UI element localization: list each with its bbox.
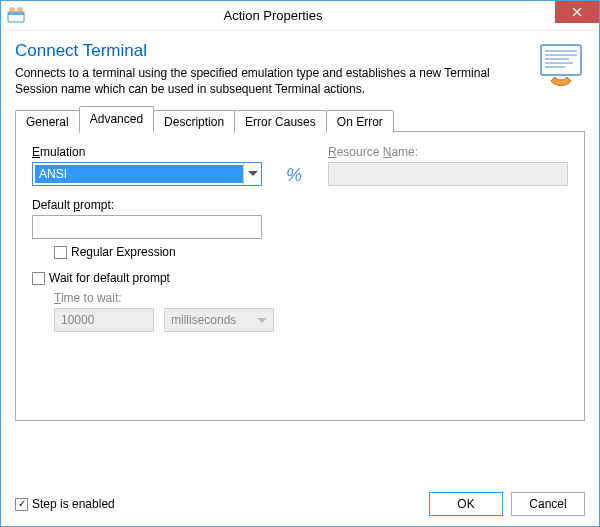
dialog-window: Action Properties Connect Terminal Conne… — [0, 0, 600, 527]
dialog-header: Connect Terminal Connects to a terminal … — [1, 31, 599, 105]
svg-rect-4 — [541, 45, 581, 75]
step-enabled-row[interactable]: ✓ Step is enabled — [15, 497, 115, 511]
ok-button[interactable]: OK — [429, 492, 503, 516]
default-prompt-input[interactable] — [32, 215, 262, 239]
close-icon — [572, 7, 582, 17]
tab-error-causes[interactable]: Error Causes — [234, 110, 327, 133]
tab-panel-advanced: Emulation ANSI % Resource Name: Default … — [15, 131, 585, 421]
tab-on-error[interactable]: On Error — [326, 110, 394, 133]
wait-label: Wait for default prompt — [49, 271, 170, 285]
time-unit-combobox: milliseconds — [164, 308, 274, 332]
close-button[interactable] — [555, 1, 599, 23]
regex-label: Regular Expression — [71, 245, 176, 259]
tab-description[interactable]: Description — [153, 110, 235, 133]
wait-checkbox[interactable] — [32, 272, 45, 285]
header-description: Connects to a terminal using the specifi… — [15, 65, 527, 97]
tab-general[interactable]: General — [15, 110, 80, 133]
time-to-wait-input — [54, 308, 154, 332]
percent-icon[interactable]: % — [286, 165, 302, 186]
time-unit-value: milliseconds — [171, 313, 236, 327]
chevron-down-icon — [243, 163, 261, 185]
emulation-label: Emulation — [32, 145, 272, 159]
header-title: Connect Terminal — [15, 41, 527, 61]
default-prompt-label: Default prompt: — [32, 198, 568, 212]
time-to-wait-label: Time to wait: — [54, 291, 568, 305]
chevron-down-icon — [257, 313, 267, 327]
cancel-button[interactable]: Cancel — [511, 492, 585, 516]
tab-strip: General Advanced Description Error Cause… — [15, 106, 585, 132]
resource-name-label: Resource Name: — [328, 145, 568, 159]
terminal-handshake-icon — [537, 41, 585, 89]
step-enabled-checkbox[interactable]: ✓ — [15, 498, 28, 511]
emulation-value: ANSI — [35, 165, 243, 183]
titlebar: Action Properties — [1, 1, 599, 31]
resource-name-input — [328, 162, 568, 186]
regex-checkbox-row[interactable]: Regular Expression — [54, 245, 568, 259]
step-enabled-label: Step is enabled — [32, 497, 115, 511]
tab-container: General Advanced Description Error Cause… — [1, 105, 599, 421]
emulation-combobox[interactable]: ANSI — [32, 162, 262, 186]
regex-checkbox[interactable] — [54, 246, 67, 259]
dialog-footer: ✓ Step is enabled OK Cancel — [1, 484, 599, 526]
window-title: Action Properties — [0, 8, 555, 23]
tab-advanced[interactable]: Advanced — [79, 106, 154, 132]
wait-checkbox-row[interactable]: Wait for default prompt — [32, 271, 568, 285]
